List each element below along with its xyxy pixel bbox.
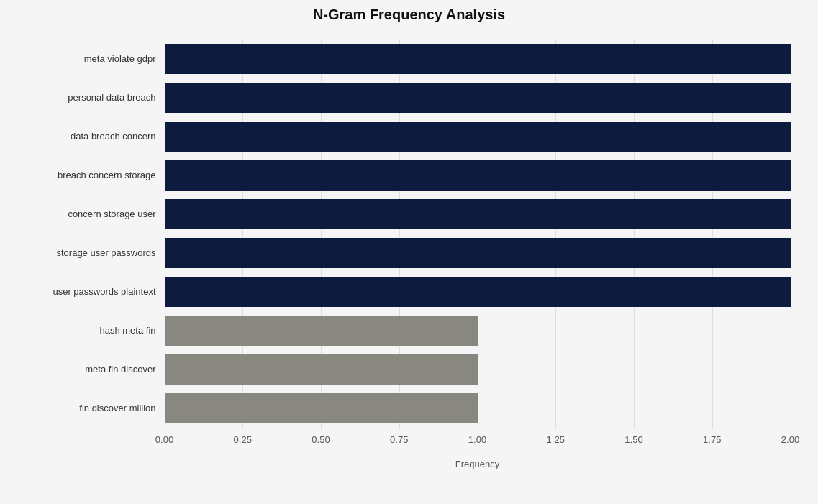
bar-row: concern storage user (28, 196, 791, 233)
chart-area: meta violate gdprpersonal data breachdat… (28, 40, 791, 429)
bar-track (165, 316, 791, 346)
x-axis-label: Frequency (28, 459, 791, 469)
bar-fill (165, 160, 791, 191)
x-tick: 0.00 (155, 434, 173, 445)
bar-track (165, 44, 791, 74)
bar-label: meta fin discover (28, 364, 165, 375)
bar-label: fin discover million (28, 403, 165, 413)
bar-label: storage user passwords (28, 247, 165, 258)
bar-fill (165, 238, 791, 268)
x-tick: 0.75 (390, 434, 408, 445)
bar-label: concern storage user (28, 209, 165, 219)
bar-track (165, 354, 791, 385)
bar-fill (165, 83, 791, 113)
bar-label: data breach concern (28, 131, 165, 142)
chart-title: N-Gram Frequency Analysis (28, 6, 791, 23)
bar-track (165, 238, 791, 268)
bar-row: meta fin discover (28, 351, 791, 388)
x-tick: 2.00 (781, 434, 799, 445)
x-tick: 1.25 (547, 434, 565, 445)
bar-fill (165, 393, 478, 423)
chart-container: N-Gram Frequency Analysis meta violate g… (14, 0, 805, 504)
bar-track (165, 160, 791, 191)
bar-row: user passwords plaintext (28, 273, 791, 311)
bar-fill (165, 354, 478, 385)
bar-label: meta violate gdpr (28, 53, 165, 64)
x-tick: 1.00 (468, 434, 486, 445)
bar-row: hash meta fin (28, 312, 791, 349)
bar-track (165, 122, 791, 152)
bar-row: fin discover million (28, 390, 791, 427)
x-tick: 0.50 (312, 434, 330, 445)
bar-fill (165, 277, 791, 307)
bar-fill (165, 199, 791, 229)
bar-row: storage user passwords (28, 234, 791, 272)
bar-label: hash meta fin (28, 325, 165, 336)
bar-row: meta violate gdpr (28, 40, 791, 78)
bar-row: personal data breach (28, 79, 791, 116)
bar-label: personal data breach (28, 92, 165, 103)
bar-track (165, 83, 791, 113)
x-tick: 1.75 (703, 434, 721, 445)
bar-track (165, 199, 791, 229)
x-axis: 0.000.250.500.751.001.251.501.752.00 (28, 434, 791, 456)
bar-track (165, 393, 791, 423)
bar-label: breach concern storage (28, 170, 165, 180)
bar-fill (165, 316, 478, 346)
x-tick: 0.25 (234, 434, 252, 445)
bar-row: data breach concern (28, 118, 791, 155)
bar-fill (165, 44, 791, 74)
bar-fill (165, 122, 791, 152)
bar-row: breach concern storage (28, 157, 791, 194)
bar-label: user passwords plaintext (28, 286, 165, 297)
bar-track (165, 277, 791, 307)
x-tick: 1.50 (624, 434, 642, 445)
